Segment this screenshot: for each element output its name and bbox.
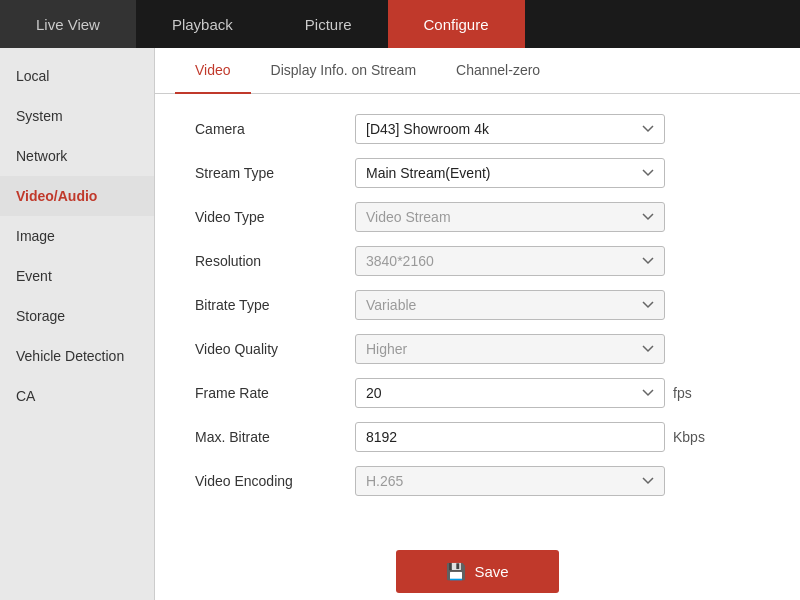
form-label-video-type: Video Type	[195, 209, 355, 225]
form-label-video-encoding: Video Encoding	[195, 473, 355, 489]
save-icon: 💾	[446, 562, 466, 581]
form-control-resolution: 3840*2160	[355, 246, 665, 276]
form-row-camera: Camera[D43] Showroom 4k	[195, 114, 760, 144]
form-label-stream-type: Stream Type	[195, 165, 355, 181]
sidebar-item-vehicle-detection[interactable]: Vehicle Detection	[0, 336, 154, 376]
sidebar-item-ca[interactable]: CA	[0, 376, 154, 416]
select-video-type[interactable]: Video Stream	[355, 202, 665, 232]
suffix-frame-rate: fps	[673, 385, 692, 401]
form-row-max-bitrate: Max. BitrateKbps	[195, 422, 760, 452]
form-label-resolution: Resolution	[195, 253, 355, 269]
sub-tabs-bar: VideoDisplay Info. on StreamChannel-zero	[155, 48, 800, 94]
input-max-bitrate[interactable]	[355, 422, 665, 452]
sidebar-item-video-audio[interactable]: Video/Audio	[0, 176, 154, 216]
save-button[interactable]: 💾 Save	[396, 550, 558, 593]
sub-tab-video[interactable]: Video	[175, 48, 251, 94]
form-control-video-type: Video Stream	[355, 202, 665, 232]
form-row-frame-rate: Frame Rate12468101215162025fps	[195, 378, 760, 408]
form-label-camera: Camera	[195, 121, 355, 137]
save-label: Save	[474, 563, 508, 580]
top-navigation: Live ViewPlaybackPictureConfigure	[0, 0, 800, 48]
video-form: Camera[D43] Showroom 4kStream TypeMain S…	[155, 94, 800, 530]
save-area: 💾 Save	[155, 530, 800, 600]
suffix-max-bitrate: Kbps	[673, 429, 705, 445]
form-control-camera: [D43] Showroom 4k	[355, 114, 665, 144]
form-control-video-encoding: H.264H.265	[355, 466, 665, 496]
sidebar: LocalSystemNetworkVideo/AudioImageEventS…	[0, 48, 155, 600]
form-row-video-encoding: Video EncodingH.264H.265	[195, 466, 760, 496]
form-row-video-quality: Video QualityLowestLowerMediumHigherHigh…	[195, 334, 760, 364]
top-nav-item-live-view[interactable]: Live View	[0, 0, 136, 48]
top-nav-item-configure[interactable]: Configure	[388, 0, 525, 48]
select-frame-rate[interactable]: 12468101215162025	[355, 378, 665, 408]
form-label-bitrate-type: Bitrate Type	[195, 297, 355, 313]
form-row-stream-type: Stream TypeMain Stream(Event)Sub StreamT…	[195, 158, 760, 188]
form-label-video-quality: Video Quality	[195, 341, 355, 357]
select-video-quality[interactable]: LowestLowerMediumHigherHighest	[355, 334, 665, 364]
form-row-video-type: Video TypeVideo Stream	[195, 202, 760, 232]
sidebar-item-network[interactable]: Network	[0, 136, 154, 176]
main-content: VideoDisplay Info. on StreamChannel-zero…	[155, 48, 800, 600]
select-video-encoding[interactable]: H.264H.265	[355, 466, 665, 496]
sidebar-item-local[interactable]: Local	[0, 56, 154, 96]
form-row-resolution: Resolution3840*2160	[195, 246, 760, 276]
sub-tab-display-info[interactable]: Display Info. on Stream	[251, 48, 437, 94]
form-label-frame-rate: Frame Rate	[195, 385, 355, 401]
form-control-max-bitrate	[355, 422, 665, 452]
form-label-max-bitrate: Max. Bitrate	[195, 429, 355, 445]
form-control-stream-type: Main Stream(Event)Sub StreamThird Stream	[355, 158, 665, 188]
main-layout: LocalSystemNetworkVideo/AudioImageEventS…	[0, 48, 800, 600]
top-nav-item-playback[interactable]: Playback	[136, 0, 269, 48]
sidebar-item-event[interactable]: Event	[0, 256, 154, 296]
sub-tab-channel-zero[interactable]: Channel-zero	[436, 48, 560, 94]
form-row-bitrate-type: Bitrate TypeVariableConstant	[195, 290, 760, 320]
select-resolution[interactable]: 3840*2160	[355, 246, 665, 276]
form-control-frame-rate: 12468101215162025	[355, 378, 665, 408]
form-control-video-quality: LowestLowerMediumHigherHighest	[355, 334, 665, 364]
select-camera[interactable]: [D43] Showroom 4k	[355, 114, 665, 144]
sidebar-item-system[interactable]: System	[0, 96, 154, 136]
sidebar-item-storage[interactable]: Storage	[0, 296, 154, 336]
form-control-bitrate-type: VariableConstant	[355, 290, 665, 320]
select-stream-type[interactable]: Main Stream(Event)Sub StreamThird Stream	[355, 158, 665, 188]
sidebar-item-image[interactable]: Image	[0, 216, 154, 256]
top-nav-item-picture[interactable]: Picture	[269, 0, 388, 48]
select-bitrate-type[interactable]: VariableConstant	[355, 290, 665, 320]
